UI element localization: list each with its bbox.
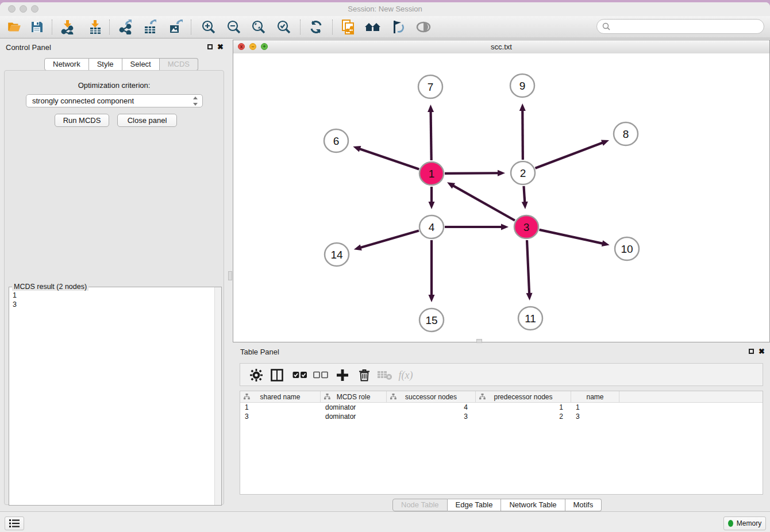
- export-network-icon[interactable]: [115, 18, 137, 36]
- network-canvas[interactable]: 1234678910111415: [233, 53, 769, 342]
- run-mcds-button[interactable]: Run MCDS: [55, 114, 109, 127]
- arrowhead-icon: [602, 240, 610, 246]
- control-panel-tabs: NetworkStyleSelectMCDS: [44, 58, 198, 71]
- close-panel-icon[interactable]: ✖: [217, 43, 224, 51]
- edge-2-8[interactable]: [536, 142, 603, 168]
- table-tabs: Node TableEdge TableNetwork TableMotifs: [392, 499, 602, 511]
- edge-4-14[interactable]: [360, 230, 419, 248]
- node-label-2: 2: [520, 167, 526, 179]
- edge-3-1[interactable]: [453, 186, 515, 221]
- export-image-icon[interactable]: [165, 18, 187, 36]
- mcds-panel: Optimization criterion: strongly connect…: [4, 70, 224, 505]
- table-splitter-handle[interactable]: [476, 339, 482, 343]
- import-table-icon[interactable]: [84, 18, 106, 36]
- panel-splitter-handle[interactable]: [228, 271, 232, 280]
- edge-2-3[interactable]: [523, 186, 525, 203]
- node-table[interactable]: shared nameMCDS rolesuccessor nodesprede…: [240, 391, 763, 495]
- apply-layout-icon[interactable]: [305, 18, 327, 36]
- save-icon[interactable]: [26, 18, 48, 36]
- table-panel-title: Table Panel: [240, 348, 279, 356]
- arrowhead-icon: [519, 103, 526, 111]
- edge-2-9[interactable]: [522, 110, 523, 160]
- zoom-selected-icon[interactable]: [273, 18, 295, 36]
- node-label-1: 1: [429, 168, 435, 180]
- zoom-fit-icon[interactable]: [248, 18, 270, 36]
- tab-select[interactable]: Select: [122, 58, 160, 71]
- table-float-icon[interactable]: [749, 349, 754, 354]
- column-header-name[interactable]: name: [571, 391, 619, 402]
- control-panel: Control Panel ✖ NetworkStyleSelectMCDS O…: [0, 40, 228, 509]
- column-header-predecessor-nodes[interactable]: predecessor nodes: [476, 391, 571, 402]
- select-all-icon[interactable]: [291, 366, 309, 384]
- add-icon[interactable]: [333, 366, 352, 384]
- table-row[interactable]: 3dominator323: [240, 412, 763, 421]
- table-row[interactable]: 1dominator411: [240, 403, 763, 412]
- criterion-dropdown[interactable]: strongly connected component: [26, 94, 203, 107]
- dropdown-stepper-icon: [192, 97, 198, 106]
- columns-icon[interactable]: [268, 366, 286, 384]
- column-header-MCDS-role[interactable]: MCDS role: [321, 391, 387, 402]
- tab-mcds[interactable]: MCDS: [160, 58, 198, 71]
- tab-edge-table[interactable]: Edge Table: [448, 499, 502, 511]
- export-table-icon[interactable]: [140, 18, 161, 36]
- edge-1-7[interactable]: [431, 111, 432, 160]
- tab-style[interactable]: Style: [89, 58, 122, 71]
- node-label-11: 11: [525, 313, 536, 325]
- network-view-window: x – + scc.txt 1234678910111415: [233, 40, 770, 342]
- tab-node-table[interactable]: Node Table: [392, 499, 448, 511]
- tab-network[interactable]: Network: [44, 58, 89, 71]
- arrowhead-icon: [601, 140, 609, 145]
- cell-shared-name: 1: [240, 403, 321, 412]
- node-label-3: 3: [523, 221, 530, 233]
- edge-1-6[interactable]: [359, 149, 419, 169]
- memory-button[interactable]: Memory: [723, 516, 766, 530]
- cell-predecessor-nodes: 1: [476, 403, 571, 412]
- copy-network-icon[interactable]: [337, 18, 359, 36]
- result-scrollbar[interactable]: [214, 287, 221, 505]
- edge-3-11[interactable]: [527, 240, 529, 294]
- node-label-9: 9: [519, 80, 526, 92]
- delete-icon[interactable]: [355, 366, 374, 384]
- network-window-title: scc.txt: [233, 43, 769, 51]
- zoom-out-icon[interactable]: [223, 18, 245, 36]
- table-panel: Table Panel ✖: [233, 344, 770, 514]
- task-history-button[interactable]: [5, 516, 24, 530]
- column-header-successor-nodes[interactable]: successor nodes: [387, 391, 476, 402]
- show-graphics-icon[interactable]: [413, 18, 434, 36]
- column-header-shared-name[interactable]: shared name: [240, 391, 321, 402]
- arrowhead-icon: [526, 293, 533, 300]
- gear-icon[interactable]: [247, 366, 265, 384]
- criterion-value: strongly connected component: [32, 97, 134, 105]
- arrowhead-icon: [353, 146, 361, 152]
- import-network-icon[interactable]: [57, 18, 79, 36]
- edge-3-10[interactable]: [539, 230, 603, 244]
- edge-1-2[interactable]: [445, 173, 499, 174]
- search-input[interactable]: [613, 22, 764, 32]
- arrowhead-icon: [498, 170, 505, 176]
- network-graph[interactable]: 1234678910111415: [233, 53, 769, 342]
- close-panel-button[interactable]: Close panel: [117, 114, 177, 127]
- search-box[interactable]: [596, 19, 764, 34]
- tab-motifs[interactable]: Motifs: [565, 499, 602, 511]
- deselect-all-icon[interactable]: [311, 366, 330, 384]
- arrowhead-icon: [522, 202, 528, 209]
- cell-predecessor-nodes: 2: [476, 412, 571, 421]
- home-network-icon[interactable]: [362, 18, 384, 36]
- hide-graphics-icon[interactable]: [387, 18, 409, 36]
- zoom-in-icon[interactable]: [198, 18, 220, 36]
- arrowhead-icon: [429, 202, 435, 209]
- float-panel-icon[interactable]: [207, 44, 213, 49]
- network-window-titlebar: x – + scc.txt: [233, 40, 769, 54]
- node-label-15: 15: [425, 314, 437, 326]
- window-titlebar: Session: New Session: [0, 2, 770, 17]
- table-header-row: shared nameMCDS rolesuccessor nodesprede…: [240, 391, 763, 403]
- mcds-result-text[interactable]: 1 3: [9, 288, 215, 505]
- open-folder-icon[interactable]: [3, 18, 25, 36]
- memory-label: Memory: [737, 519, 761, 527]
- table-close-icon[interactable]: ✖: [759, 347, 765, 356]
- delete-table-icon[interactable]: [376, 366, 394, 384]
- arrowhead-icon: [501, 224, 509, 230]
- cell-name: 3: [571, 412, 619, 421]
- tab-network-table[interactable]: Network Table: [501, 499, 565, 511]
- status-bar: Memory: [0, 511, 770, 532]
